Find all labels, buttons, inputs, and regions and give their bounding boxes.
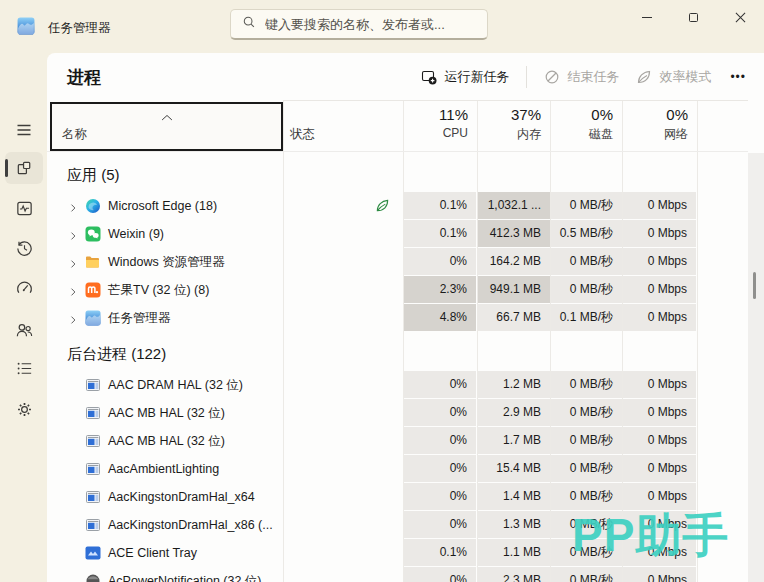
weixin-icon (85, 226, 101, 242)
table-row[interactable]: AAC MB HAL (32 位)0%2.9 MB0 MB/秒0 Mbps (47, 399, 748, 427)
table-row[interactable]: AacAmbientLighting0%15.4 MB0 MB/秒0 Mbps (47, 455, 748, 483)
sidebar-item-app-history[interactable] (5, 232, 43, 264)
efficiency-mode-button[interactable]: 效率模式 (636, 68, 711, 86)
chevron-right-icon[interactable] (67, 256, 79, 274)
sidebar-item-performance[interactable] (5, 192, 43, 224)
table-row[interactable]: Weixin (9)0.1%412.3 MB0.5 MB/秒0 Mbps (47, 220, 748, 248)
memory-cell: 2.3 MB (478, 567, 550, 582)
sidebar-item-users[interactable] (5, 314, 43, 346)
run-new-task-button[interactable]: 运行新任务 (421, 68, 509, 86)
disk-cell: 0 MB/秒 (551, 371, 622, 398)
network-cell: 0 Mbps (623, 192, 696, 219)
app-default-icon (85, 405, 101, 421)
table-row[interactable]: Microsoft Edge (18)0.1%1,032.1 ...0 MB/秒… (47, 192, 748, 220)
group-header[interactable]: 应用 (5) (47, 158, 748, 192)
cpu-cell: 0% (404, 567, 476, 582)
disk-cell: 0 MB/秒 (551, 483, 622, 510)
disk-column-header[interactable]: 0% 磁盘 (550, 100, 622, 152)
cpu-cell: 2.3% (404, 276, 476, 303)
sidebar-menu-toggle[interactable] (5, 114, 43, 146)
memory-cell: 1.4 MB (478, 483, 550, 510)
window-title: 任务管理器 (48, 20, 111, 37)
sidebar-item-processes[interactable] (5, 152, 43, 184)
minimize-button[interactable] (623, 0, 670, 34)
process-name: AcPowerNotification (32 位) (108, 567, 262, 582)
name-column-header[interactable]: 名称 (50, 102, 283, 151)
task-manager-window: { "titlebar": { "app_title": "任务管理器", "s… (0, 0, 764, 582)
memory-cell: 1.3 MB (478, 511, 550, 538)
titlebar: 任务管理器 (0, 0, 764, 53)
table-row[interactable]: Windows 资源管理器0%164.2 MB0 MB/秒0 Mbps (47, 248, 748, 276)
table-row[interactable]: 芒果TV (32 位) (8)2.3%949.1 MB0 MB/秒0 Mbps (47, 276, 748, 304)
end-task-label: 结束任务 (567, 68, 619, 86)
cpu-cell: 0% (404, 399, 476, 426)
task-manager-app-icon (17, 17, 35, 35)
sidebar-item-services[interactable] (5, 393, 43, 425)
name-header-label: 名称 (62, 126, 87, 143)
sidebar (0, 53, 47, 582)
process-name: 任务管理器 (108, 304, 171, 332)
memory-cell: 1.2 MB (478, 371, 550, 398)
window-controls (623, 0, 764, 34)
table-row[interactable]: 任务管理器4.8%66.7 MB0.1 MB/秒0 Mbps (47, 304, 748, 332)
memory-cell: 949.1 MB (478, 276, 550, 303)
startup-gauge-icon (15, 279, 34, 298)
cpu-cell: 0.1% (404, 539, 476, 566)
table-row[interactable]: AacKingstonDramHal_x86 (...0%1.3 MB0 MB/… (47, 511, 748, 539)
cpu-cell: 0% (404, 455, 476, 482)
process-name: AAC DRAM HAL (32 位) (108, 371, 243, 399)
disk-cell: 0 MB/秒 (551, 427, 622, 454)
performance-icon (15, 199, 34, 218)
network-cell: 0 Mbps (623, 427, 696, 454)
network-column-header[interactable]: 0% 网络 (622, 100, 697, 152)
sidebar-item-startup-apps[interactable] (5, 272, 43, 304)
cpu-column-header[interactable]: 11% CPU (403, 100, 477, 152)
chevron-right-icon[interactable] (67, 200, 79, 218)
more-options-button[interactable]: ••• (728, 70, 748, 84)
close-button[interactable] (717, 0, 764, 34)
mgtv-icon (85, 282, 101, 298)
scrollbar-thumb[interactable] (753, 272, 756, 299)
network-cell: 0 Mbps (623, 371, 696, 398)
disk-cell: 0 MB/秒 (551, 276, 622, 303)
memory-cell: 66.7 MB (478, 304, 550, 331)
sidebar-item-details[interactable] (5, 352, 43, 384)
process-name: 芒果TV (32 位) (8) (108, 276, 209, 304)
run-new-task-label: 运行新任务 (444, 68, 509, 86)
efficiency-mode-label: 效率模式 (659, 68, 711, 86)
main-panel: 进程 运行新任务 结束任务 效率模式 ••• 名称 状态 (47, 53, 764, 582)
memory-column-header[interactable]: 37% 内存 (477, 100, 550, 152)
table-row[interactable]: AacKingstonDramHal_x640%1.4 MB0 MB/秒0 Mb… (47, 483, 748, 511)
app-default-icon (85, 517, 101, 533)
chevron-right-icon[interactable] (67, 284, 79, 302)
table-row[interactable]: AAC MB HAL (32 位)0%1.7 MB0 MB/秒0 Mbps (47, 427, 748, 455)
search-box[interactable] (230, 9, 488, 40)
table-row[interactable]: ACE Client Tray0.1%1.1 MB0 MB/秒0 Mbps (47, 539, 748, 567)
search-input[interactable] (265, 17, 476, 32)
history-icon (15, 239, 34, 258)
details-list-icon (15, 359, 34, 378)
cpu-cell: 0% (404, 511, 476, 538)
table-row[interactable]: AAC DRAM HAL (32 位)0%1.2 MB0 MB/秒0 Mbps (47, 371, 748, 399)
maximize-button[interactable] (670, 0, 717, 34)
network-total-value: 0% (622, 106, 688, 123)
process-name: AacKingstonDramHal_x64 (108, 483, 255, 511)
disk-cell: 0.1 MB/秒 (551, 304, 622, 331)
network-cell: 0 Mbps (623, 455, 696, 482)
table-row[interactable]: AcPowerNotification (32 位)0%2.3 MB0 MB/秒… (47, 567, 748, 582)
app-default-icon (85, 433, 101, 449)
app-default-icon (85, 489, 101, 505)
process-name: AacKingstonDramHal_x86 (... (108, 511, 273, 539)
chevron-right-icon[interactable] (67, 228, 79, 246)
network-cell: 0 Mbps (623, 511, 696, 538)
status-column-header[interactable]: 状态 (290, 126, 315, 143)
chevron-right-icon[interactable] (67, 312, 79, 330)
disk-cell: 0 MB/秒 (551, 567, 622, 582)
end-task-button[interactable]: 结束任务 (544, 68, 619, 86)
process-name: ACE Client Tray (108, 539, 197, 567)
search-icon (242, 15, 256, 33)
group-header[interactable]: 后台进程 (122) (47, 337, 748, 371)
cpu-cell: 0.1% (404, 220, 476, 247)
network-cell: 0 Mbps (623, 276, 696, 303)
memory-cell: 412.3 MB (478, 220, 550, 247)
